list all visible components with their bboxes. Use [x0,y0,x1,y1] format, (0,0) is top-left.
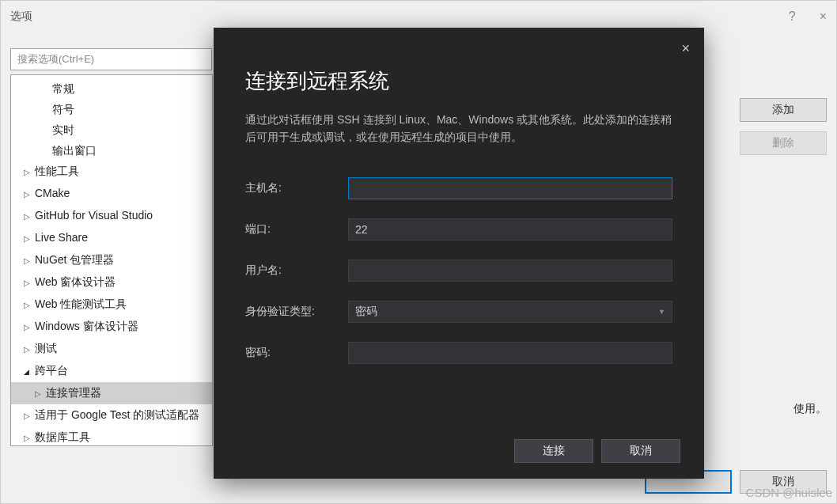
tree-item-nuget[interactable]: NuGet 包管理器 [11,249,212,271]
tree-item-googletest[interactable]: 适用于 Google Test 的测试适配器 [11,404,212,426]
cancel-button[interactable]: 取消 [740,470,827,494]
tree-item-github[interactable]: GitHub for Visual Studio [11,205,212,227]
search-input[interactable]: 搜索选项(Ctrl+E) [10,48,212,70]
tree-item-connectionmgr[interactable]: 连接管理器 [11,382,212,404]
password-input[interactable] [348,342,672,364]
row-user: 用户名: [245,260,672,282]
tree-item-db[interactable]: 数据库工具 [11,426,212,446]
modal-description: 通过此对话框使用 SSH 连接到 Linux、Mac、Windows 或其他系统… [245,111,672,146]
host-input[interactable] [348,177,672,199]
tree-item-webperf[interactable]: Web 性能测试工具 [11,294,212,316]
row-auth: 身份验证类型: 密码 ▼ [245,301,672,323]
tree-item-output[interactable]: 输出窗口 [11,140,212,161]
options-title: 选项 [10,9,32,24]
help-icon[interactable]: ? [789,9,796,24]
connect-button[interactable]: 连接 [514,439,593,463]
chevron-down-icon: ▼ [658,308,665,316]
hint-tail: 使用。 [793,402,827,416]
close-icon[interactable]: × [820,9,827,24]
label-host: 主机名: [245,181,348,195]
label-user: 用户名: [245,263,348,278]
row-host: 主机名: [245,177,672,199]
label-auth: 身份验证类型: [245,305,348,319]
tree-item-webforms[interactable]: Web 窗体设计器 [11,271,212,294]
tree-item-realtime[interactable]: 实时 [11,119,212,140]
user-input[interactable] [348,260,672,282]
auth-select[interactable]: 密码 ▼ [348,301,672,323]
tree-item-cmake[interactable]: CMake [11,183,212,205]
connect-modal: × 连接到远程系统 通过此对话框使用 SSH 连接到 Linux、Mac、Win… [214,28,704,479]
row-port: 端口: [245,218,672,241]
delete-button[interactable]: 删除 [740,131,827,155]
modal-close-icon[interactable]: × [681,40,690,57]
tree-item-test[interactable]: 测试 [11,338,212,360]
label-port: 端口: [245,222,348,237]
tree-item-liveshare[interactable]: Live Share [11,227,212,249]
label-password: 密码: [245,346,348,360]
tree-item-symbols[interactable]: 符号 [11,99,212,119]
row-password: 密码: [245,342,672,364]
tree-item-general[interactable]: 常规 [11,78,212,99]
modal-title: 连接到远程系统 [245,67,672,95]
search-placeholder: 搜索选项(Ctrl+E) [17,52,94,66]
tree-item-perf[interactable]: 性能工具 [11,161,212,183]
tree-item-crossplat[interactable]: 跨平台 [11,360,212,382]
port-input[interactable] [348,218,672,241]
auth-value: 密码 [355,305,377,319]
options-tree[interactable]: 常规 符号 实时 输出窗口 性能工具 CMake GitHub for Visu… [10,74,213,446]
tree-item-winforms[interactable]: Windows 窗体设计器 [11,316,212,338]
modal-cancel-button[interactable]: 取消 [601,439,680,463]
add-button[interactable]: 添加 [740,98,827,122]
